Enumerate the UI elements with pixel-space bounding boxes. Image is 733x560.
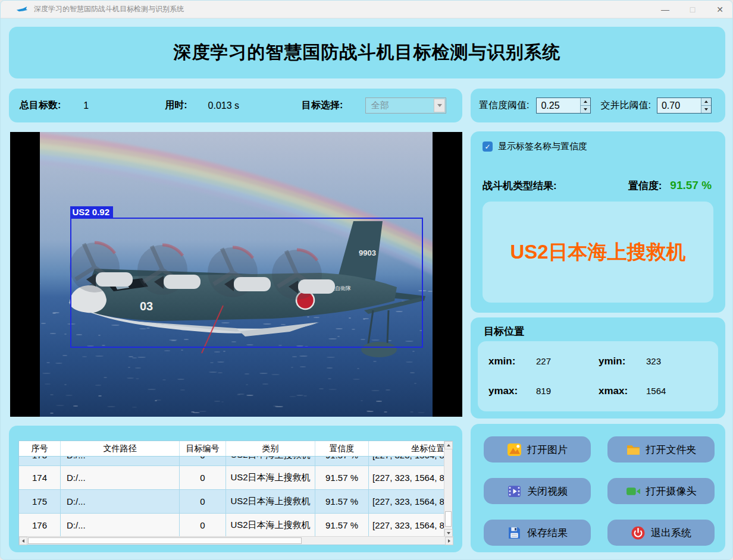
- col-header[interactable]: 坐标位置: [369, 441, 444, 456]
- xmax-value: 1564: [646, 386, 709, 396]
- conf-threshold-spinbox[interactable]: 0.25: [536, 97, 591, 114]
- minimize-button[interactable]: —: [651, 1, 679, 18]
- vertical-scroll-thumb[interactable]: [445, 511, 452, 527]
- spin-down-button[interactable]: [701, 105, 711, 113]
- scroll-left-button[interactable]: [19, 537, 27, 545]
- detection-label: US2 0.92: [70, 206, 114, 219]
- arrow-up-icon: [447, 444, 450, 446]
- table-row[interactable]: 176 D:/... 0 US2日本海上搜救机 91.57 % [227, 32…: [19, 514, 444, 537]
- cell-class: US2日本海上搜救机: [226, 466, 315, 490]
- ymin-label: ymin:: [599, 355, 632, 367]
- cell-confidence: 91.57 %: [315, 490, 369, 514]
- confidence-value: 91.57 %: [670, 179, 712, 192]
- xmin-label: xmin:: [488, 355, 522, 367]
- spin-up-button[interactable]: [581, 98, 590, 105]
- button-label: 保存结果: [527, 526, 568, 540]
- iou-threshold-value: 0.70: [662, 100, 680, 111]
- total-targets-value: 1: [83, 100, 89, 111]
- stats-panel: 总目标数: 1 用时: 0.013 s 目标选择: 全部: [9, 89, 462, 122]
- cell-confidence: 91.57 %: [315, 514, 369, 537]
- button-label: 打开文件夹: [646, 443, 697, 457]
- scroll-right-button[interactable]: [445, 537, 453, 545]
- horizontal-scrollbar[interactable]: [19, 536, 453, 545]
- detection-bounding-box: US2 0.92: [70, 218, 423, 348]
- vertical-scrollbar[interactable]: [444, 441, 452, 537]
- chevron-down-icon: [437, 104, 442, 107]
- spin-up-button[interactable]: [701, 98, 711, 105]
- table-row[interactable]: 173 D:/... 0 US2日本海上搜救机 91.57 % [227, 32…: [19, 457, 444, 466]
- arrow-up-icon: [704, 100, 708, 103]
- folder-icon: [626, 442, 641, 457]
- camera-icon: [626, 484, 641, 499]
- position-box: xmin: 227 ymin: 323 ymax: 819 xmax: 1564: [478, 341, 718, 411]
- table-row[interactable]: 175 D:/... 0 US2日本海上搜救机 91.57 % [227, 32…: [19, 490, 444, 514]
- col-header[interactable]: 类别: [226, 441, 315, 456]
- power-icon: [631, 526, 646, 540]
- page-title: 深度学习的智慧国防战斗机目标检测与识别系统: [174, 40, 561, 65]
- app-window: 深度学习的智慧国防战斗机目标检测与识别系统 — □ ✕ 深度学习的智慧国防战斗机…: [0, 0, 733, 560]
- table-header-row: 序号 文件路径 目标编号 类别 置信度 坐标位置: [19, 441, 444, 457]
- cell-target-id: 0: [180, 466, 226, 490]
- exit-system-button[interactable]: 退出系统: [607, 520, 715, 546]
- total-targets-label: 总目标数:: [20, 99, 61, 112]
- open-image-button[interactable]: 打开图片: [484, 436, 591, 463]
- arrow-right-icon: [448, 539, 450, 543]
- open-folder-button[interactable]: 打开文件夹: [607, 436, 715, 463]
- time-value: 0.013 s: [208, 100, 239, 111]
- titlebar: 深度学习的智慧国防战斗机目标检测与识别系统 — □ ✕: [1, 1, 733, 18]
- show-labels-label: 显示标签名称与置信度: [498, 141, 587, 152]
- save-icon: [507, 526, 522, 540]
- cell-coords: [227, 323, 1564, 8: [369, 514, 444, 537]
- conf-threshold-label: 置信度阈值:: [479, 99, 529, 112]
- cell-confidence: 91.57 %: [315, 457, 369, 466]
- col-header[interactable]: 置信度: [315, 441, 369, 456]
- save-results-button[interactable]: 保存结果: [484, 520, 591, 546]
- target-select-combobox[interactable]: 全部: [365, 97, 446, 114]
- combo-dropdown-button[interactable]: [434, 99, 445, 112]
- fighter-type-label: 战斗机类型结果:: [483, 179, 557, 193]
- ymax-label: ymax:: [488, 385, 522, 397]
- show-labels-row[interactable]: ✓ 显示标签名称与置信度: [483, 141, 587, 152]
- arrow-down-icon: [704, 108, 708, 111]
- cell-path: D:/...: [61, 466, 180, 490]
- button-label: 退出系统: [651, 526, 691, 540]
- conf-threshold-value: 0.25: [541, 100, 559, 111]
- result-box: US2日本海上搜救机: [483, 202, 713, 303]
- arrow-left-icon: [22, 539, 24, 543]
- scroll-up-button[interactable]: [444, 441, 453, 449]
- button-label: 打开图片: [527, 443, 568, 457]
- col-header[interactable]: 序号: [19, 441, 61, 456]
- open-camera-button[interactable]: 打开摄像头: [607, 478, 715, 504]
- table-row[interactable]: 174 D:/... 0 US2日本海上搜救机 91.57 % [227, 32…: [19, 466, 444, 490]
- cell-index: 175: [19, 490, 61, 514]
- close-button[interactable]: ✕: [706, 1, 733, 18]
- maximize-button[interactable]: □: [679, 1, 706, 18]
- result-panel: ✓ 显示标签名称与置信度 战斗机类型结果: 置信度: 91.57 % US2日本…: [471, 131, 725, 313]
- xmax-label: xmax:: [599, 385, 632, 397]
- cell-path: D:/...: [61, 457, 180, 466]
- video-icon: [507, 484, 522, 499]
- arrow-down-icon: [584, 108, 587, 111]
- cell-class: US2日本海上搜救机: [226, 514, 315, 537]
- cell-target-id: 0: [180, 457, 226, 466]
- show-labels-checkbox[interactable]: ✓: [483, 141, 493, 152]
- col-header[interactable]: 文件路径: [61, 441, 180, 456]
- confidence-label: 置信度:: [628, 179, 662, 193]
- results-table: 序号 文件路径 目标编号 类别 置信度 坐标位置 173 D:/... 0 US…: [18, 441, 453, 545]
- arrow-up-icon: [584, 100, 587, 103]
- cell-class: US2日本海上搜救机: [226, 457, 315, 466]
- app-plane-icon: [16, 5, 28, 14]
- iou-threshold-spinbox[interactable]: 0.70: [657, 97, 712, 114]
- result-text: US2日本海上搜救机: [510, 239, 685, 266]
- iou-threshold-label: 交并比阈值:: [600, 99, 650, 112]
- close-video-button[interactable]: 关闭视频: [484, 478, 591, 504]
- cell-confidence: 91.57 %: [315, 466, 369, 490]
- thresholds-panel: 置信度阈值: 0.25 交并比阈值: 0.70: [471, 89, 725, 122]
- banner: 深度学习的智慧国防战斗机目标检测与识别系统: [9, 27, 725, 78]
- spin-down-button[interactable]: [581, 105, 590, 113]
- col-header[interactable]: 目标编号: [180, 441, 226, 456]
- cell-class: US2日本海上搜救机: [226, 490, 315, 514]
- image-icon: [507, 442, 522, 457]
- cell-target-id: 0: [180, 490, 226, 514]
- horizontal-scroll-thumb[interactable]: [28, 537, 302, 544]
